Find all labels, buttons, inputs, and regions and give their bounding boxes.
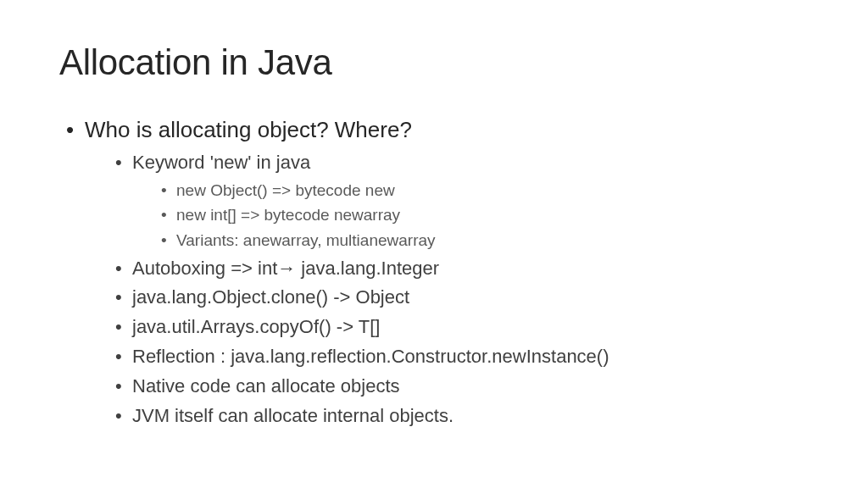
list-item: Who is allocating object? Where? Keyword…	[66, 115, 809, 429]
list-item-text: java.lang.Object.clone() -> Object	[132, 286, 409, 308]
list-item: Keyword 'new' in java new Object() => by…	[115, 150, 809, 252]
list-item-text: Variants: anewarray, multianewarray	[176, 231, 436, 249]
list-item-text-post: java.lang.Integer	[296, 258, 439, 279]
list-item-text: new Object() => bytecode new	[176, 181, 395, 199]
list-item: new int[] => bytecode newarray	[161, 204, 809, 227]
list-item: Reflection : java.lang.reflection.Constr…	[115, 344, 809, 370]
list-item: java.lang.Object.clone() -> Object	[115, 285, 809, 311]
list-item: Variants: anewarray, multianewarray	[161, 230, 809, 252]
list-item-text: new int[] => bytecode newarray	[176, 206, 400, 224]
bullet-list-level1: Who is allocating object? Where? Keyword…	[59, 115, 809, 429]
list-item: new Object() => bytecode new	[161, 180, 809, 202]
list-item-text: Who is allocating object? Where?	[85, 117, 412, 142]
list-item-text: java.util.Arrays.copyOf() -> T[]	[132, 316, 380, 337]
list-item-text: Reflection : java.lang.reflection.Constr…	[132, 346, 609, 367]
bullet-list-level2: Keyword 'new' in java new Object() => by…	[85, 150, 809, 429]
slide-container: Allocation in Java Who is allocating obj…	[0, 0, 868, 488]
list-item-text-pre: Autoboxing => int	[132, 258, 277, 279]
list-item: JVM itself can allocate internal objects…	[115, 403, 809, 430]
list-item: Autoboxing => int→ java.lang.Integer	[115, 256, 809, 282]
list-item-text: JVM itself can allocate internal objects…	[132, 405, 453, 426]
list-item: Native code can allocate objects	[115, 374, 809, 400]
arrow-icon: →	[277, 256, 296, 282]
bullet-list-level3: new Object() => bytecode new new int[] =…	[132, 180, 809, 252]
slide-title: Allocation in Java	[59, 42, 809, 83]
list-item-text: Keyword 'new' in java	[132, 152, 310, 173]
list-item-text: Native code can allocate objects	[132, 375, 400, 396]
list-item: java.util.Arrays.copyOf() -> T[]	[115, 314, 809, 341]
